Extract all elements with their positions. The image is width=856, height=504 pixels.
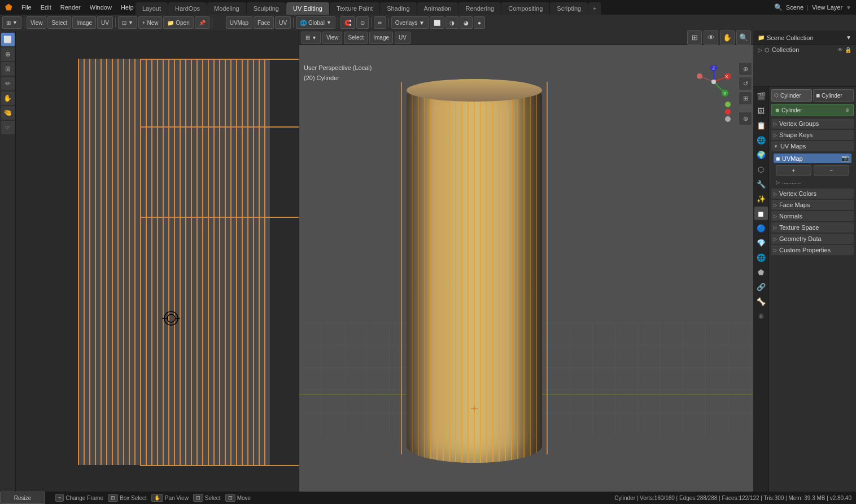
tab-layout[interactable]: Layout <box>136 2 168 15</box>
vp-scale-gizmo-btn[interactable]: ⊞ <box>739 91 752 105</box>
vp-camera-btn[interactable]: 👁 <box>704 30 718 45</box>
uv-cursor-tool[interactable]: ⊕ <box>1 47 15 61</box>
tb-mode-btn[interactable]: ⊞ ▼ <box>2 16 21 29</box>
prop-scene-icon[interactable]: 🌐 <box>754 133 768 147</box>
prop-world-shader-icon[interactable]: 🌐 <box>754 251 768 264</box>
normals-header[interactable]: ▷ Normals <box>771 211 854 221</box>
blender-logo: ⬟ <box>0 0 17 15</box>
vp-zoom-btn[interactable]: 🔍 <box>736 30 751 45</box>
prop-material-icon[interactable]: 🔵 <box>754 221 768 235</box>
tb-pivot-btn[interactable]: ⊡ ▼ <box>118 16 137 29</box>
outliner-filter-btn[interactable]: ▼ <box>846 34 851 41</box>
vp-grid-btn[interactable]: ⊞ <box>687 30 702 45</box>
tb-view-btn[interactable]: View <box>27 16 47 29</box>
tab-shading[interactable]: Shading <box>380 2 416 15</box>
tb-image-btn[interactable]: Image <box>72 16 96 29</box>
tb-open-btn[interactable]: 📁 Open <box>163 16 193 29</box>
tb-uv-btn[interactable]: UV <box>97 16 113 29</box>
tb-viewport-shading-3[interactable]: ◕ <box>460 16 473 29</box>
uv-grab-tool[interactable]: ✋ <box>1 91 15 105</box>
vp-mode-btn[interactable]: ⊞ ▼ <box>302 32 321 44</box>
prop-view-layer-icon[interactable]: 📋 <box>754 119 768 132</box>
data-name-tab[interactable]: ◼ Cylinder <box>813 89 854 102</box>
shape-keys-header[interactable]: ▷ Shape Keys <box>771 130 854 140</box>
prop-output-icon[interactable]: 🖼 <box>754 104 768 117</box>
tab-sculpting[interactable]: Sculpting <box>247 2 286 15</box>
active-data-dropdown[interactable]: ◼ Cylinder ⊕ <box>771 104 854 116</box>
tb-overlays-btn[interactable]: Overlays ▼ <box>391 16 429 29</box>
tb-face-label[interactable]: Face <box>254 16 274 29</box>
prop-world-icon[interactable]: 🌍 <box>754 148 768 161</box>
prop-object-data-icon2[interactable]: ⬟ <box>754 265 768 279</box>
uv-canvas-area[interactable] <box>16 30 299 492</box>
tb-new-btn[interactable]: + New <box>138 16 163 29</box>
menu-file[interactable]: File <box>17 0 36 15</box>
vp-view-btn[interactable]: View <box>322 32 343 44</box>
tab-hardops[interactable]: HardOps <box>168 2 207 15</box>
vp-rotate-gizmo-btn[interactable]: ↺ <box>739 77 752 90</box>
uv-add-button[interactable]: + <box>776 165 811 176</box>
vp-image-btn[interactable]: Image <box>369 32 393 44</box>
prop-physics-icon[interactable]: ⚛ <box>754 309 768 323</box>
prop-bone-icon[interactable]: 🦴 <box>754 295 768 308</box>
menu-window[interactable]: Window <box>85 0 116 15</box>
menu-help[interactable]: Help <box>116 0 138 15</box>
vp-select-menu-btn[interactable]: Select <box>344 32 368 44</box>
vp-uv-btn[interactable]: UV <box>395 32 410 44</box>
uv-expand-row[interactable]: ▷ ............ <box>774 178 851 186</box>
uv-move-tool[interactable]: ☞ <box>1 121 15 134</box>
uv-remove-button[interactable]: − <box>814 165 849 176</box>
tb-annotation-btn[interactable]: ✏ <box>374 16 386 29</box>
tb-pin-btn[interactable]: 📌 <box>195 16 209 29</box>
tb-snap-btn[interactable]: 🧲 <box>340 16 355 29</box>
resize-handle[interactable]: Resize <box>0 492 45 504</box>
normals-label: Normals <box>779 213 802 220</box>
uv-transform-tool[interactable]: ⊞ <box>1 62 15 76</box>
vp-hand-btn[interactable]: ✋ <box>720 30 735 45</box>
object-name-tab[interactable]: ⬡ Cylinder <box>771 89 812 102</box>
tab-compositing[interactable]: Compositing <box>501 2 549 15</box>
tb-uv-label[interactable]: UV <box>275 16 291 29</box>
uv-pinch-tool[interactable]: 🤏 <box>1 106 15 120</box>
vertex-groups-header[interactable]: ▷ Vertex Groups <box>771 119 854 129</box>
custom-properties-header[interactable]: ▷ Custom Properties <box>771 245 854 255</box>
uv-select-tool[interactable]: ⬜ <box>1 33 15 46</box>
prop-shader-icon[interactable]: 💎 <box>754 236 768 249</box>
tab-modeling[interactable]: Modeling <box>207 2 246 15</box>
scene-collection-item[interactable]: ▷ ⬡ Collection 👁 🔒 <box>753 45 856 54</box>
texture-space-header[interactable]: ▷ Texture Space <box>771 222 854 233</box>
navigation-gizmo[interactable]: X Z Y <box>697 65 731 100</box>
vertex-colors-header[interactable]: ▷ Vertex Colors <box>771 189 854 199</box>
prop-render-icon[interactable]: 🎬 <box>754 89 768 103</box>
tab-rendering[interactable]: Rendering <box>458 2 501 15</box>
tab-texture-paint[interactable]: Texture Paint <box>330 2 379 15</box>
tb-viewport-shading-4[interactable]: ● <box>474 16 485 29</box>
prop-data-icon[interactable]: ◼ <box>754 207 768 220</box>
uv-map-item-uvmap[interactable]: ◼ UVMap 📷 <box>774 154 851 163</box>
tb-viewport-shading-1[interactable]: ⬜ <box>430 16 444 29</box>
tb-proportional-btn[interactable]: ⊙ <box>356 16 369 29</box>
prop-modifier-icon[interactable]: 🔧 <box>754 177 768 191</box>
viewport-3d-content[interactable]: User Perspective (Local) (20) Cylinder <box>299 45 753 492</box>
tab-animation[interactable]: Animation <box>417 2 458 15</box>
vp-all-gizmo-btn[interactable]: ⊗ <box>739 112 752 125</box>
uv-annotate-tool[interactable]: ✏ <box>1 77 15 90</box>
uv-maps-header[interactable]: ▼ UV Maps <box>771 141 854 151</box>
add-workspace-button[interactable]: + <box>588 2 601 15</box>
svg-point-18 <box>711 80 716 84</box>
geometry-data-header[interactable]: ▷ Geometry Data <box>771 234 854 244</box>
tb-transform-dropdown[interactable]: 🌐 Global ▼ <box>296 16 335 29</box>
prop-object-icon[interactable]: ⬡ <box>754 163 768 176</box>
menu-render[interactable]: Render <box>56 0 85 15</box>
vp-transform-gizmo-btn[interactable]: ⊕ <box>739 62 752 76</box>
tab-scripting[interactable]: Scripting <box>550 2 588 15</box>
prop-constraint-icon[interactable]: 🔗 <box>754 280 768 293</box>
tb-select-btn[interactable]: Select <box>47 16 71 29</box>
tb-uvmap-label[interactable]: UVMap <box>226 16 252 29</box>
top-right-info: 🔍 Scene | View Layer ▼ <box>770 0 856 15</box>
tab-uv-editing[interactable]: UV Editing <box>286 2 329 15</box>
tb-viewport-shading-2[interactable]: ◑ <box>446 16 458 29</box>
face-maps-header[interactable]: ▷ Face Maps <box>771 200 854 210</box>
prop-particles-icon[interactable]: ✨ <box>754 192 768 205</box>
menu-edit[interactable]: Edit <box>36 0 56 15</box>
